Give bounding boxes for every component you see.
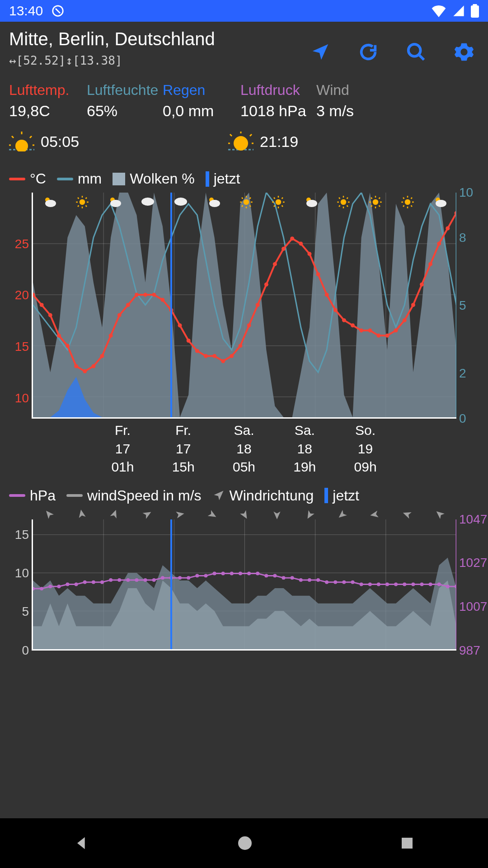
svg-line-133 [379,198,380,199]
weather-icon [401,195,414,209]
svg-point-180 [256,571,259,575]
svg-line-113 [282,198,283,199]
wind-direction-legend-icon [212,489,225,502]
svg-point-160 [83,580,87,584]
svg-line-89 [85,198,87,199]
svg-point-34 [91,364,95,368]
chart-pressure-wind[interactable]: 051015 987100710271047 [6,519,482,651]
location-coords: ↔[52.52]↕[13.38] [9,54,310,67]
svg-point-69 [394,328,398,332]
svg-point-60 [316,272,320,276]
wind-arrow-icon [107,507,122,522]
svg-point-168 [152,578,156,581]
svg-point-181 [264,574,268,577]
temp-label: Lufttemp. [9,82,87,99]
refresh-button[interactable] [358,42,379,62]
weather-icon [369,195,382,209]
weather-icon [174,195,188,209]
svg-line-122 [347,206,348,207]
svg-point-3 [408,44,421,57]
svg-line-112 [274,206,275,207]
svg-point-29 [48,313,52,317]
svg-point-173 [195,574,199,577]
svg-point-189 [333,580,337,584]
svg-line-8 [30,136,32,138]
svg-line-142 [411,198,412,199]
chart1-xaxis: Fr.1701hFr.1715hSa.1805hSa.1819hSo.1909h [0,419,488,476]
svg-line-101 [242,198,243,199]
rain-label: Regen [163,82,240,99]
svg-point-171 [178,576,182,580]
svg-point-67 [376,334,380,338]
svg-point-64 [351,323,355,327]
svg-rect-1 [471,5,479,18]
chart-temp-rain-clouds[interactable]: 10152025 025810 [6,193,482,419]
svg-point-62 [333,308,338,312]
weather-icon [433,195,447,209]
wind-arrow-icon [75,507,89,521]
svg-point-178 [239,571,242,575]
svg-point-31 [66,344,70,348]
svg-point-5 [15,140,28,151]
svg-point-199 [420,582,424,586]
svg-point-41 [152,292,156,297]
svg-point-49 [221,359,225,363]
svg-point-134 [404,199,410,205]
svg-line-140 [411,206,412,207]
wind-arrow-icon [334,506,351,523]
svg-point-164 [117,578,121,581]
svg-point-185 [299,578,303,581]
svg-point-42 [160,298,164,302]
settings-button[interactable] [454,42,474,62]
status-time: 13:40 [9,3,43,19]
svg-point-177 [230,571,234,575]
svg-point-183 [282,576,286,580]
svg-point-55 [273,262,277,266]
chart1-legend: °C mm Wolken % jetzt [0,157,488,190]
svg-point-155 [40,587,43,590]
weather-icon [337,195,350,209]
sync-disabled-icon [51,4,65,18]
search-button[interactable] [406,42,427,62]
svg-point-172 [187,576,190,580]
humid-value: 65% [87,102,163,120]
svg-line-132 [371,206,372,207]
svg-point-144 [436,200,446,207]
battery-icon [471,4,479,18]
svg-point-35 [100,354,104,358]
sunrise-time: 05:05 [41,133,79,151]
svg-point-93 [174,198,187,206]
svg-point-57 [290,236,294,241]
svg-point-46 [195,349,199,353]
svg-point-184 [291,576,294,580]
svg-point-159 [75,582,78,586]
svg-point-182 [273,574,277,577]
svg-point-193 [368,582,372,586]
nav-back-button[interactable] [73,834,91,852]
svg-point-39 [135,292,139,297]
svg-point-191 [351,580,355,584]
svg-line-111 [282,206,283,207]
nav-recent-button[interactable] [399,835,415,851]
svg-point-50 [230,354,234,358]
svg-point-163 [109,578,113,581]
wind-arrow-icon [400,507,415,522]
locate-button[interactable] [310,42,331,62]
svg-point-175 [213,571,216,575]
wifi-icon [431,5,446,17]
svg-point-187 [316,578,320,581]
svg-line-121 [339,198,340,199]
wind-arrow-icon [432,506,448,523]
svg-point-12 [234,136,248,151]
svg-point-200 [429,582,432,586]
nav-home-button[interactable] [236,834,254,852]
svg-point-190 [342,580,346,584]
wind-arrow-icon [139,506,155,523]
svg-point-179 [247,571,251,575]
svg-line-110 [274,198,275,199]
wind-value: 3 m/s [316,102,354,120]
sunset-time: 21:19 [260,133,298,151]
sunset-icon [228,132,253,151]
svg-line-130 [371,198,372,199]
svg-point-156 [48,585,52,588]
